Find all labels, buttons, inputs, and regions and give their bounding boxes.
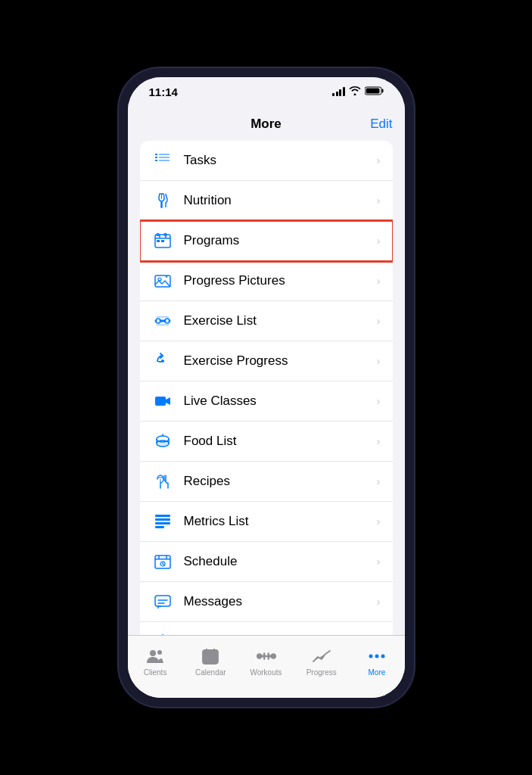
svg-rect-44	[155, 559, 170, 560]
tab-progress[interactable]: Progress	[294, 646, 349, 677]
nutrition-icon	[152, 190, 173, 211]
exercise-list-icon	[152, 310, 173, 331]
menu-item-live-classes[interactable]: Live Classes ›	[140, 381, 393, 422]
svg-line-9	[156, 154, 157, 155]
nav-title: More	[250, 117, 282, 132]
svg-rect-30	[155, 397, 166, 406]
tab-calendar[interactable]: Calendar	[183, 646, 238, 677]
tasks-chevron: ›	[377, 154, 381, 167]
svg-rect-18	[161, 240, 164, 242]
svg-rect-27	[157, 316, 169, 318]
tab-clients[interactable]: Clients	[128, 646, 183, 677]
svg-rect-70	[206, 656, 208, 658]
metrics-list-label: Metrics List	[184, 514, 377, 529]
svg-rect-1	[381, 89, 383, 93]
progress-pictures-chevron: ›	[377, 275, 381, 287]
menu-item-messages[interactable]: Messages ›	[140, 582, 393, 622]
svg-rect-41	[155, 522, 170, 524]
menu-list: Tasks › Nutrition ›	[128, 141, 405, 635]
nutrition-label: Nutrition	[184, 193, 377, 208]
svg-rect-19	[155, 275, 170, 287]
progress-tab-icon	[312, 646, 331, 666]
menu-item-tasks[interactable]: Tasks ›	[140, 141, 393, 181]
tab-bar: Clients Calendar	[128, 635, 405, 698]
tab-more[interactable]: More	[349, 646, 404, 677]
schedule-icon	[152, 551, 173, 572]
svg-rect-6	[159, 154, 170, 155]
menu-item-notifications[interactable]: Notifications ›	[140, 622, 393, 635]
more-tab-icon	[367, 646, 387, 666]
menu-item-schedule[interactable]: Schedule ›	[140, 542, 393, 582]
exercise-progress-label: Exercise Progress	[184, 353, 377, 369]
menu-item-progress-pictures[interactable]: Progress Pictures ›	[140, 261, 393, 301]
screen-content: More Edit	[128, 110, 405, 698]
svg-rect-2	[366, 89, 379, 94]
recipes-chevron: ›	[377, 475, 381, 487]
phone-screen: 11:14	[128, 77, 405, 698]
svg-rect-4	[155, 157, 157, 158]
svg-point-20	[158, 278, 161, 281]
edit-button[interactable]: Edit	[370, 117, 392, 132]
live-classes-icon	[152, 391, 173, 412]
menu-item-programs[interactable]: Programs ›	[140, 221, 393, 261]
status-bar: 11:14	[128, 77, 405, 110]
nutrition-chevron: ›	[377, 195, 381, 207]
tab-workouts[interactable]: Workouts	[238, 646, 294, 677]
metrics-list-chevron: ›	[377, 515, 381, 528]
progress-pictures-icon	[152, 270, 173, 291]
signal-icon	[332, 87, 345, 96]
svg-line-49	[163, 564, 164, 565]
status-icons	[332, 85, 384, 98]
programs-label: Programs	[184, 233, 377, 248]
svg-rect-8	[159, 160, 170, 161]
menu-section: Tasks › Nutrition ›	[140, 141, 393, 635]
calendar-tab-label: Calendar	[195, 668, 226, 677]
progress-pictures-label: Progress Pictures	[184, 273, 377, 288]
battery-icon	[365, 85, 384, 98]
messages-icon	[152, 591, 173, 612]
food-list-label: Food List	[184, 434, 377, 449]
menu-item-nutrition[interactable]: Nutrition ›	[140, 181, 393, 221]
notifications-label: Notifications	[184, 634, 377, 635]
svg-rect-39	[155, 515, 170, 517]
food-list-icon	[152, 431, 173, 452]
svg-point-64	[150, 650, 156, 656]
svg-rect-12	[155, 238, 170, 239]
live-classes-chevron: ›	[377, 395, 381, 407]
tasks-icon	[152, 150, 173, 171]
svg-point-35	[157, 440, 169, 447]
clients-tab-label: Clients	[144, 668, 167, 677]
svg-point-81	[381, 655, 384, 658]
menu-item-exercise-list[interactable]: Exercise List ›	[140, 301, 393, 341]
menu-item-food-list[interactable]: Food List ›	[140, 422, 393, 462]
tasks-label: Tasks	[184, 153, 377, 168]
clients-tab-icon	[145, 646, 165, 666]
phone-frame: 11:14	[119, 68, 414, 707]
status-time: 11:14	[149, 86, 178, 98]
nav-header: More Edit	[128, 110, 405, 141]
svg-point-79	[369, 655, 372, 658]
schedule-label: Schedule	[184, 554, 377, 569]
svg-point-80	[375, 655, 378, 658]
messages-label: Messages	[184, 594, 377, 609]
svg-rect-17	[157, 240, 160, 242]
progress-tab-label: Progress	[306, 668, 337, 677]
svg-point-65	[157, 650, 162, 655]
svg-rect-28	[157, 325, 169, 326]
notifications-icon	[152, 631, 173, 635]
food-list-chevron: ›	[377, 435, 381, 447]
exercise-progress-chevron: ›	[377, 355, 381, 367]
svg-rect-71	[210, 656, 212, 658]
recipes-icon	[152, 471, 173, 492]
menu-item-metrics-list[interactable]: Metrics List ›	[140, 502, 393, 542]
schedule-chevron: ›	[377, 556, 381, 568]
svg-rect-50	[155, 596, 170, 606]
workouts-tab-label: Workouts	[250, 668, 282, 677]
menu-item-recipes[interactable]: Recipes ›	[140, 462, 393, 502]
programs-icon	[152, 230, 173, 251]
menu-item-exercise-progress[interactable]: Exercise Progress ›	[140, 341, 393, 381]
more-tab-label: More	[369, 668, 386, 677]
recipes-label: Recipes	[184, 474, 377, 489]
svg-rect-5	[155, 160, 157, 161]
exercise-list-label: Exercise List	[184, 313, 377, 328]
